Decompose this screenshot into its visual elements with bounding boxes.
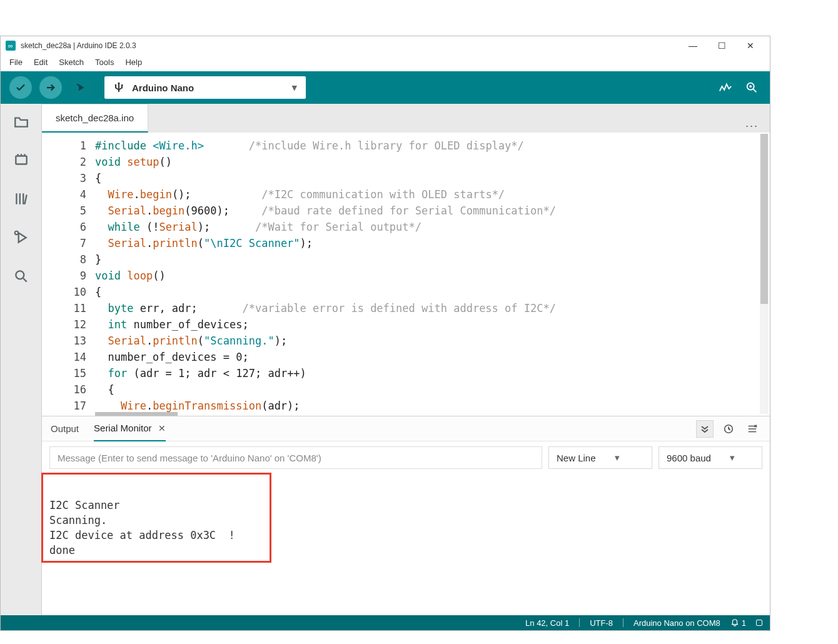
- bell-icon: [730, 618, 739, 627]
- panel-collapse-button[interactable]: [696, 420, 714, 438]
- chevron-double-down-icon: [700, 424, 710, 434]
- editor-tab-strip: sketch_dec28a.ino ···: [42, 104, 770, 133]
- maximize-button[interactable]: ☐: [707, 36, 736, 55]
- svg-point-1: [115, 84, 117, 86]
- encoding[interactable]: UTF-8: [590, 618, 613, 628]
- svg-point-6: [14, 231, 18, 234]
- baud-rate-dropdown[interactable]: 9600 baud ▾: [659, 446, 762, 469]
- serial-output-text: I2C Scanner Scanning. I2C device at addr…: [49, 483, 762, 558]
- close-button[interactable]: ✕: [736, 36, 765, 55]
- panel-tab-strip: Output Serial Monitor ✕: [42, 416, 770, 441]
- menu-tools[interactable]: Tools: [91, 56, 118, 68]
- debug-icon: [13, 229, 29, 246]
- check-icon: [15, 82, 26, 93]
- arrow-right-icon: [45, 82, 56, 93]
- code-content[interactable]: #include <Wire.h> /*include Wire.h libra…: [95, 133, 556, 416]
- window-title: sketch_dec28a | Arduino IDE 2.0.3: [21, 41, 679, 50]
- search-icon: [13, 268, 29, 284]
- menu-edit[interactable]: Edit: [30, 56, 51, 68]
- library-manager-button[interactable]: [13, 190, 30, 208]
- svg-point-0: [77, 84, 79, 86]
- toolbar: Arduino Nano ▾: [1, 71, 770, 104]
- notifications-button[interactable]: 1: [730, 618, 746, 628]
- serial-monitor-tab[interactable]: Serial Monitor ✕: [94, 416, 166, 441]
- menu-help[interactable]: Help: [121, 56, 146, 68]
- sketchbook-button[interactable]: [13, 113, 30, 130]
- chevron-down-icon: ▾: [615, 452, 620, 463]
- tab-overflow-button[interactable]: ···: [734, 119, 770, 133]
- clock-icon: [723, 423, 734, 435]
- board-icon: [13, 152, 29, 168]
- gutter: 1234567891011121314151617: [42, 133, 95, 416]
- verify-button[interactable]: [9, 76, 32, 99]
- status-bar: Ln 42, Col 1 UTF-8 Arduino Nano on COM8 …: [1, 615, 770, 630]
- editor-column: sketch_dec28a.ino ··· 123456789101112131…: [42, 104, 770, 615]
- serial-output[interactable]: I2C Scanner Scanning. I2C device at addr…: [42, 474, 770, 615]
- upload-button[interactable]: [39, 76, 62, 99]
- chevron-down-icon: ▾: [292, 82, 297, 93]
- arduino-icon: [6, 41, 16, 51]
- board-selector[interactable]: Arduino Nano ▾: [104, 76, 306, 99]
- app-window: sketch_dec28a | Arduino IDE 2.0.3 — ☐ ✕ …: [0, 36, 770, 631]
- close-panel-button[interactable]: [756, 620, 762, 626]
- folder-icon: [13, 113, 29, 129]
- tab-filename: sketch_dec28a.ino: [56, 113, 134, 123]
- svg-rect-2: [121, 84, 123, 86]
- clear-icon: [747, 423, 758, 435]
- board-port-status[interactable]: Arduino Nano on COM8: [634, 618, 720, 628]
- titlebar: sketch_dec28a | Arduino IDE 2.0.3 — ☐ ✕: [1, 36, 770, 55]
- line-ending-dropdown[interactable]: New Line ▾: [548, 446, 652, 469]
- output-tab[interactable]: Output: [51, 416, 79, 441]
- cursor-position[interactable]: Ln 42, Col 1: [525, 618, 569, 628]
- board-name: Arduino Nano: [132, 83, 194, 93]
- activity-bar: [1, 104, 42, 615]
- usb-icon: [113, 82, 124, 93]
- horizontal-scrollbar-thumb[interactable]: [95, 412, 178, 416]
- close-icon[interactable]: ✕: [158, 423, 166, 433]
- search-button[interactable]: [13, 268, 30, 285]
- minimize-button[interactable]: —: [679, 36, 707, 55]
- menu-file[interactable]: File: [6, 56, 26, 68]
- debug-play-icon: [75, 82, 86, 93]
- svg-point-4: [749, 85, 752, 88]
- serial-message-input[interactable]: [49, 446, 542, 469]
- debug-button[interactable]: [69, 76, 92, 99]
- debug-panel-button[interactable]: [13, 229, 30, 246]
- svg-point-7: [16, 271, 24, 279]
- plotter-icon: [719, 81, 732, 94]
- clear-output-button[interactable]: [744, 420, 761, 438]
- main-area: sketch_dec28a.ino ··· 123456789101112131…: [1, 104, 770, 615]
- chevron-down-icon: ▾: [730, 452, 735, 463]
- magnifier-icon: [745, 81, 759, 94]
- menu-sketch[interactable]: Sketch: [55, 56, 88, 68]
- serial-plotter-button[interactable]: [716, 78, 735, 97]
- serial-monitor-button[interactable]: [742, 78, 761, 97]
- vertical-scrollbar-thumb[interactable]: [760, 134, 768, 304]
- library-icon: [13, 191, 29, 207]
- menubar: File Edit Sketch Tools Help: [1, 55, 770, 71]
- serial-input-row: New Line ▾ 9600 baud ▾: [42, 441, 770, 474]
- toggle-timestamp-button[interactable]: [720, 420, 737, 438]
- boards-manager-button[interactable]: [13, 151, 30, 169]
- svg-rect-5: [16, 156, 26, 164]
- editor-tab[interactable]: sketch_dec28a.ino: [42, 104, 148, 133]
- bottom-panel: Output Serial Monitor ✕: [42, 416, 770, 615]
- code-editor[interactable]: 1234567891011121314151617 #include <Wire…: [42, 133, 770, 416]
